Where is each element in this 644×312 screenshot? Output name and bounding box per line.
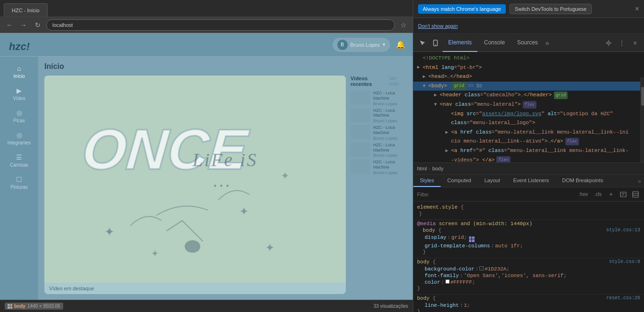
- sidebar-item-inicio[interactable]: ⌂ Início: [0, 60, 38, 83]
- dom-line-body[interactable]: ▼ <body> grid == $0: [413, 82, 644, 91]
- css-source-link[interactable]: style.css:13: [606, 228, 640, 233]
- video-thumbnail: [351, 91, 370, 105]
- sidebar-label-video: Vídeo: [13, 96, 25, 101]
- dom-line-nav[interactable]: ▼ <nav class ="menu-lateral" > flex: [413, 100, 644, 110]
- breadcrumb-body[interactable]: body: [432, 166, 443, 171]
- styles-tab-dom-breakpoints[interactable]: DOM Breakpoints: [556, 175, 610, 187]
- tab-sources[interactable]: Sources: [511, 34, 544, 52]
- dom-line-html[interactable]: ▶ <html lang ="pt-br" >: [413, 63, 644, 73]
- page-title: Início: [44, 62, 407, 71]
- dom-line-a-link1[interactable]: ▶ <a href class ="menu-lateral__link men…: [413, 128, 644, 137]
- css-source-link-reset[interactable]: reset.css:26: [606, 295, 640, 301]
- devtools-settings-button[interactable]: [602, 37, 615, 49]
- styles-tab-computed[interactable]: Computed: [441, 175, 478, 187]
- avatar: B: [337, 40, 348, 50]
- grid-badge-header: grid: [554, 92, 568, 99]
- svg-rect-16: [620, 192, 626, 197]
- dom-line-img-class[interactable]: class ="menu-lateral__logo" >: [413, 118, 644, 128]
- video-thumbnail: [351, 125, 370, 139]
- video-item[interactable]: HZC - Loca Machine Bruno Lopes: [351, 108, 407, 124]
- notification-bell-icon[interactable]: 🔔: [396, 40, 405, 49]
- devtools-close-button[interactable]: ×: [629, 37, 641, 49]
- styles-tab-layout[interactable]: Layout: [478, 175, 507, 187]
- video-item[interactable]: HZC - Loca Machine Bruno Lopes: [351, 125, 407, 141]
- forward-button[interactable]: →: [18, 19, 29, 31]
- svg-text:...: ...: [213, 170, 232, 191]
- sidebar-item-picas[interactable]: ◎ Picas: [0, 105, 38, 127]
- pinturas-icon: ☐: [15, 175, 24, 184]
- video-info: HZC - Loca Machine Bruno Lopes: [373, 91, 407, 106]
- sidebar-item-pinturas[interactable]: ☐ Pinturas: [0, 171, 38, 194]
- video-thumbnail: [351, 143, 370, 157]
- css-source-link-6[interactable]: style.css:6: [609, 259, 640, 264]
- video-author: Bruno Lopes: [373, 136, 407, 141]
- grid-badge: grid: [452, 82, 466, 90]
- video-info: HZC - Loca Machine Bruno Lopes: [373, 108, 407, 124]
- sidebar-item-video[interactable]: ▶ Vídeo: [0, 83, 38, 105]
- dom-line-head[interactable]: ▶ <head> … </head>: [413, 72, 644, 82]
- lang-btn-switch-portuguese[interactable]: Switch DevTools to Portuguese: [510, 4, 592, 14]
- dom-line-img[interactable]: <img src ="assets/img/logo.svg" alt ="Lo…: [413, 110, 644, 119]
- device-toolbar-button[interactable]: [429, 37, 442, 49]
- css-prop-font-family: font-family : 'Open Sans','icones', sans…: [417, 272, 640, 279]
- sidebar-item-integrantes[interactable]: ◎ Integrantes: [0, 127, 38, 149]
- css-selector-element-style: element.style {: [417, 204, 640, 210]
- sidebar-item-camisas[interactable]: ☰ Camisas: [0, 149, 38, 171]
- dont-show-again-link[interactable]: Don't show again: [418, 23, 458, 29]
- css-prop-background-color: background-color : #1D232A ;: [417, 266, 640, 272]
- see-all-link[interactable]: Ver mais: [389, 76, 407, 86]
- toggle-css-changes-button[interactable]: [631, 190, 640, 199]
- tab-console[interactable]: Console: [478, 34, 510, 52]
- video-item[interactable]: HZC - Loca Machine Bruno Lopes: [351, 143, 407, 158]
- new-style-rule-button[interactable]: [619, 190, 628, 199]
- styles-tab-styles[interactable]: Styles: [413, 175, 441, 187]
- lang-banner: Always match Chrome's language Switch De…: [413, 0, 644, 18]
- address-bar[interactable]: [46, 19, 395, 31]
- browser-tabs-bar: HZC - Início: [0, 0, 413, 17]
- dom-line-a-link2-cont[interactable]: -videos" > </a> flex: [413, 156, 644, 162]
- dom-line-a-link1-cont[interactable]: cio menu-lateral__link--ativo" > … </a> …: [413, 137, 644, 146]
- dom-line-a-link2[interactable]: ▶ <a href ="#" class ="menu-lateral__lin…: [413, 146, 644, 156]
- featured-video-image: ONCE LiFe iS ... ✦ ✦ ✦ ✦: [44, 76, 346, 283]
- video-thumbnail: [351, 160, 370, 174]
- website-content: hzc! B Bruno Lopes ▾ 🔔 ⌂: [0, 33, 413, 300]
- lang-btn-match-chrome[interactable]: Always match Chrome's language: [418, 4, 506, 14]
- element-tag: body: [14, 304, 25, 309]
- content-area: ONCE LiFe iS ... ✦ ✦ ✦ ✦: [44, 76, 407, 294]
- video-item[interactable]: HZC - Loca Machine Bruno Lopes: [351, 160, 407, 175]
- add-style-rule-button[interactable]: +: [606, 190, 616, 199]
- video-item[interactable]: HZC - Loca Machine Bruno Lopes: [351, 91, 407, 106]
- back-button[interactable]: ←: [4, 19, 15, 31]
- bookmark-button[interactable]: ☆: [398, 19, 409, 31]
- devtools-more-options-button[interactable]: ⋮: [616, 37, 628, 49]
- browser-tab[interactable]: HZC - Início: [4, 3, 48, 17]
- user-badge[interactable]: B Bruno Lopes ▾: [333, 38, 390, 52]
- breadcrumb-bar: html › body: [413, 162, 644, 175]
- dom-arrow: ▼: [423, 83, 428, 90]
- styles-tab-event-listeners[interactable]: Event Listeners: [507, 175, 556, 187]
- reload-button[interactable]: ↻: [32, 19, 43, 31]
- tab-elements[interactable]: Elements: [443, 34, 477, 52]
- dom-lang-value: ="pt-br": [454, 64, 479, 72]
- hover-state-button[interactable]: :hov: [577, 191, 590, 198]
- inspect-element-button[interactable]: [416, 37, 428, 49]
- picas-icon: ◎: [15, 109, 24, 117]
- breadcrumb-html[interactable]: html: [417, 166, 427, 171]
- more-tabs-button[interactable]: »: [545, 39, 549, 47]
- dom-tree[interactable]: <!DOCTYPE html> ▶ <html lang ="pt-br" > …: [413, 52, 644, 162]
- video-title: HZC - Loca Machine: [373, 108, 407, 118]
- dom-arrow: ▶: [417, 64, 423, 71]
- home-icon: ⌂: [15, 64, 24, 73]
- css-prop-grid-template: grid-template-columns : auto 1fr ;: [417, 243, 640, 249]
- cls-filter-button[interactable]: .cls: [593, 191, 603, 198]
- styles-tabs-more[interactable]: »: [635, 175, 644, 187]
- dom-line-header[interactable]: ▶ <header class ="cabecalho" > … </heade…: [413, 91, 644, 100]
- css-selector-body-bg: body { style.css:6: [417, 259, 640, 265]
- lang-banner-close-button[interactable]: ×: [635, 5, 639, 13]
- svg-text:✦: ✦: [265, 241, 275, 254]
- element-size: 1440 × 9503.06: [27, 304, 60, 309]
- flex-badge: flex: [565, 138, 579, 145]
- dom-line-doctype[interactable]: <!DOCTYPE html>: [413, 54, 644, 63]
- svg-point-15: [608, 42, 610, 44]
- filter-input[interactable]: [417, 192, 574, 197]
